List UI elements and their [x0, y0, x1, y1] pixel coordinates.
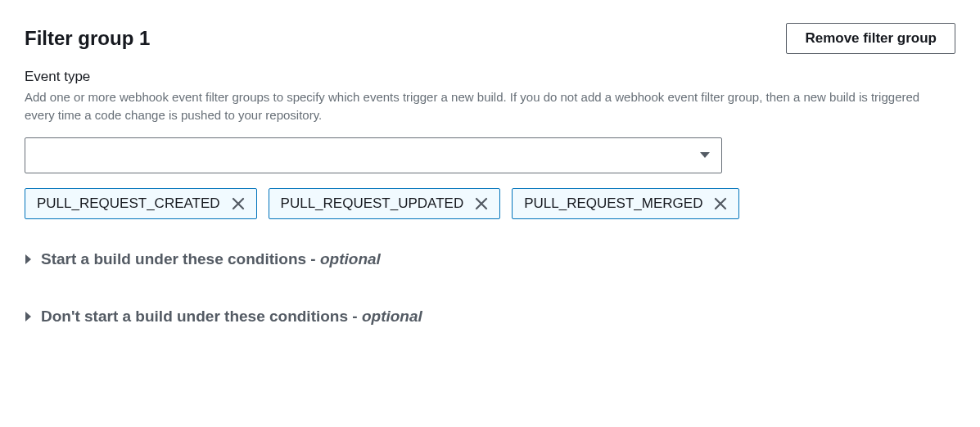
filter-group-header: Filter group 1 Remove filter group [25, 23, 955, 54]
tag-pull-request-merged: PULL_REQUEST_MERGED [512, 188, 739, 219]
event-type-section: Event type Add one or more webhook event… [25, 69, 955, 219]
event-type-label: Event type [25, 69, 955, 85]
start-build-conditions-label: Start a build under these conditions - o… [41, 250, 381, 268]
start-build-conditions-toggle[interactable]: Start a build under these conditions - o… [25, 250, 955, 268]
tag-label: PULL_REQUEST_CREATED [37, 196, 220, 212]
event-type-tags: PULL_REQUEST_CREATED PULL_REQUEST_UPDATE… [25, 188, 955, 219]
dont-start-build-conditions-label: Don't start a build under these conditio… [41, 308, 422, 326]
filter-group-title: Filter group 1 [25, 27, 150, 50]
event-type-select[interactable] [25, 137, 722, 173]
event-type-description: Add one or more webhook event filter gro… [25, 88, 950, 124]
tag-label: PULL_REQUEST_MERGED [524, 196, 702, 212]
caret-right-icon [25, 254, 33, 265]
tag-pull-request-updated: PULL_REQUEST_UPDATED [269, 188, 501, 219]
tag-pull-request-created: PULL_REQUEST_CREATED [25, 188, 257, 219]
close-icon[interactable] [473, 196, 490, 212]
tag-label: PULL_REQUEST_UPDATED [281, 196, 464, 212]
dont-start-build-conditions-toggle[interactable]: Don't start a build under these conditio… [25, 308, 955, 326]
caret-right-icon [25, 311, 33, 322]
remove-filter-group-button[interactable]: Remove filter group [786, 23, 955, 54]
close-icon[interactable] [230, 196, 246, 212]
event-type-select-wrapper [25, 137, 722, 173]
close-icon[interactable] [712, 196, 729, 212]
